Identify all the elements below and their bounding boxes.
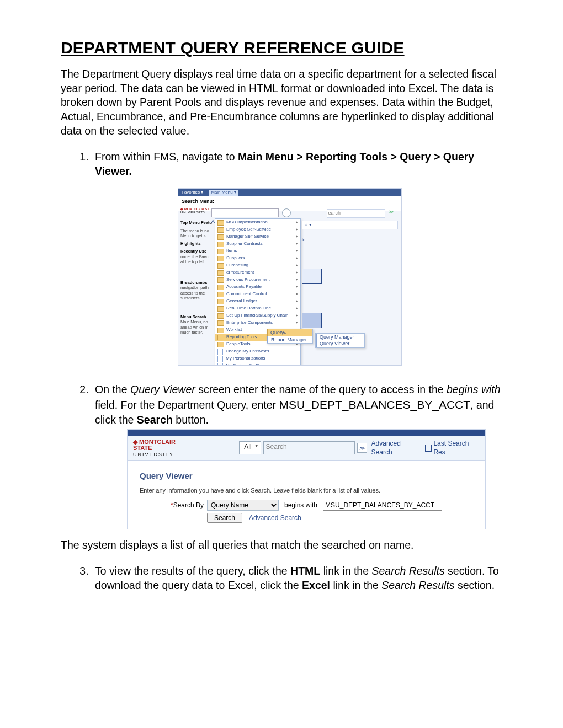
step-1: From within FMS, navigate to Main Menu >… bbox=[92, 149, 502, 366]
query-name-input[interactable] bbox=[323, 500, 442, 511]
begins-with-label: begins with bbox=[284, 501, 317, 510]
menu-item[interactable]: Items▸ bbox=[215, 248, 300, 255]
s3-d: Search Results bbox=[371, 565, 444, 577]
menu-search-go-icon[interactable] bbox=[282, 208, 291, 217]
thumb-2[interactable] bbox=[302, 313, 322, 328]
s3-g: link in the bbox=[333, 579, 381, 591]
lp-6: at the top left. bbox=[180, 260, 215, 264]
menu-item[interactable]: Employee Self-Service▸ bbox=[215, 226, 300, 233]
thumb-1[interactable] bbox=[302, 269, 322, 284]
mid-paragraph: The system displays a list of all querie… bbox=[61, 538, 502, 553]
last-search-icon bbox=[425, 445, 432, 452]
search-go-icon[interactable]: ≫ bbox=[389, 208, 394, 215]
global-search-go-icon[interactable]: ≫ bbox=[357, 443, 367, 453]
submenu-query: Query Manager Query Viewer bbox=[315, 333, 365, 347]
s2-b: Query Viewer bbox=[130, 383, 195, 395]
main-menu-dropdown: MSU Implementation▸ Employee Self-Servic… bbox=[215, 218, 301, 366]
step-1-text: From within FMS, navigate to bbox=[95, 151, 238, 163]
lp-0: Top Menu Featu bbox=[180, 221, 215, 225]
step-3: To view the results of the query, click … bbox=[92, 564, 502, 593]
screenshot-query-viewer: ◆ MONTCLAIR STATE UNIVERSITY All Search … bbox=[127, 429, 486, 529]
tab-main-menu[interactable]: Main Menu ▾ bbox=[209, 190, 238, 196]
submenu-item-report-manager[interactable]: Report Manager bbox=[267, 336, 312, 343]
menu-item[interactable]: Accounts Payable▸ bbox=[215, 283, 300, 291]
menu-item[interactable]: My Personalizations bbox=[215, 355, 300, 362]
menu-item[interactable]: Enterprise Components▸ bbox=[215, 319, 300, 326]
s3-f: Excel bbox=[302, 579, 330, 591]
lp-12: Main Menu, no bbox=[180, 320, 215, 324]
advanced-search-link[interactable]: Advanced Search bbox=[371, 439, 421, 457]
s2-i: button. bbox=[176, 414, 209, 426]
lp-9: access to the bbox=[180, 291, 215, 296]
menu-item[interactable]: General Ledger▸ bbox=[215, 298, 300, 305]
lp-1: The menu is no bbox=[180, 229, 215, 233]
lp-3: Highlights bbox=[180, 242, 215, 246]
menu-item[interactable]: My System Profile bbox=[215, 362, 300, 366]
s2-c: screen enter the name of the query to ac… bbox=[198, 383, 447, 395]
msu-logo: ◆ MONTCLAIR ST UNIVERSITY bbox=[180, 207, 211, 218]
s3-h: Search Results bbox=[381, 579, 454, 591]
left-help-panel: Top Menu Featu The menu is no Menu to ge… bbox=[180, 221, 215, 338]
panel-hint: Enter any information you have and click… bbox=[140, 486, 473, 495]
submenu-item-query[interactable]: Query▸ bbox=[267, 329, 312, 336]
lp-4: Recently Use bbox=[180, 249, 215, 254]
lp-5: under the Favo bbox=[180, 255, 215, 259]
menu-item[interactable]: Commitment Control▸ bbox=[215, 291, 300, 298]
lp-2: Menu to get st bbox=[180, 234, 215, 238]
global-header: ◆ MONTCLAIR STATE UNIVERSITY All Search … bbox=[128, 436, 485, 461]
menu-item[interactable]: Supplier Contracts▸ bbox=[215, 240, 300, 248]
scope-select[interactable]: All bbox=[239, 441, 261, 454]
s3-i: section. bbox=[458, 579, 495, 591]
lp-8: navigation path bbox=[180, 286, 215, 290]
step-2: On the Query Viewer screen enter the nam… bbox=[92, 382, 502, 529]
msu-logo-2: ◆ MONTCLAIR STATE UNIVERSITY bbox=[133, 439, 193, 457]
lp-11: Menu Search bbox=[180, 315, 215, 319]
menu-item[interactable]: MSU Implementation▸ bbox=[215, 219, 300, 226]
menu-item[interactable]: Suppliers▸ bbox=[215, 255, 300, 262]
s2-e: field. For the Department Query, enter bbox=[95, 399, 279, 411]
s3-a: To view the results of the query, click … bbox=[95, 565, 290, 577]
menu-item[interactable]: Services Procurement▸ bbox=[215, 276, 300, 283]
screenshot-menu-nav: Favorites ▾ Main Menu ▾ Search Menu: ◆ M… bbox=[178, 188, 402, 366]
menu-item[interactable]: eProcurement▸ bbox=[215, 269, 300, 276]
lp-7: Breadcrumbs bbox=[180, 281, 215, 285]
submenu-item-query-manager[interactable]: Query Manager bbox=[316, 334, 364, 340]
tab-favorites[interactable]: Favorites ▾ bbox=[182, 190, 203, 196]
logo-line2: UNIVERSITY bbox=[180, 211, 206, 214]
s2-a: On the bbox=[95, 383, 130, 395]
s2-f: MSU_DEPT_BALANCES_BY_ACCT bbox=[279, 398, 470, 411]
global-search-ph[interactable]: earch bbox=[327, 209, 385, 218]
menu-item[interactable]: Change My Password bbox=[215, 348, 300, 355]
breadcrumb-bar bbox=[128, 430, 485, 436]
s2-h: Search bbox=[137, 414, 173, 426]
global-search-input[interactable]: Search bbox=[263, 441, 355, 454]
menu-item[interactable]: Purchasing▸ bbox=[215, 262, 300, 269]
lp-13: ahead which m bbox=[180, 325, 215, 330]
s2-d: begins with bbox=[447, 383, 501, 395]
menu-search-input[interactable] bbox=[211, 208, 279, 217]
intro-paragraph: The Department Query displays real time … bbox=[61, 67, 502, 138]
s3-b: HTML bbox=[290, 565, 320, 577]
menu-item[interactable]: Manager Self-Service▸ bbox=[215, 233, 300, 240]
last-search-link[interactable]: Last Search Res bbox=[425, 439, 480, 457]
menu-item[interactable]: Set Up Financials/Supply Chain▸ bbox=[215, 312, 300, 319]
advanced-search-link-2[interactable]: Advanced Search bbox=[249, 513, 301, 522]
submenu-reporting-tools: Query▸ Report Manager bbox=[267, 329, 313, 344]
panel-title: Query Viewer bbox=[140, 470, 473, 481]
search-by-label: *Search By bbox=[140, 501, 204, 510]
lp-10: subfolders. bbox=[180, 296, 215, 301]
menu-item[interactable]: Real Time Bottom Line▸ bbox=[215, 305, 300, 312]
lp-14: much faster. bbox=[180, 330, 215, 335]
submenu-item-query-viewer[interactable]: Query Viewer bbox=[316, 340, 364, 347]
s3-c: link in the bbox=[323, 565, 372, 577]
search-by-select[interactable]: Query Name bbox=[207, 500, 279, 511]
pill-1[interactable]: ☆ ▾ bbox=[302, 221, 398, 229]
page-title: DEPARTMENT QUERY REFERENCE GUIDE bbox=[61, 39, 502, 57]
search-button[interactable]: Search bbox=[207, 513, 242, 523]
right-panel: ☆ ▾ in bbox=[302, 221, 398, 329]
linky-in[interactable]: in bbox=[302, 237, 305, 242]
